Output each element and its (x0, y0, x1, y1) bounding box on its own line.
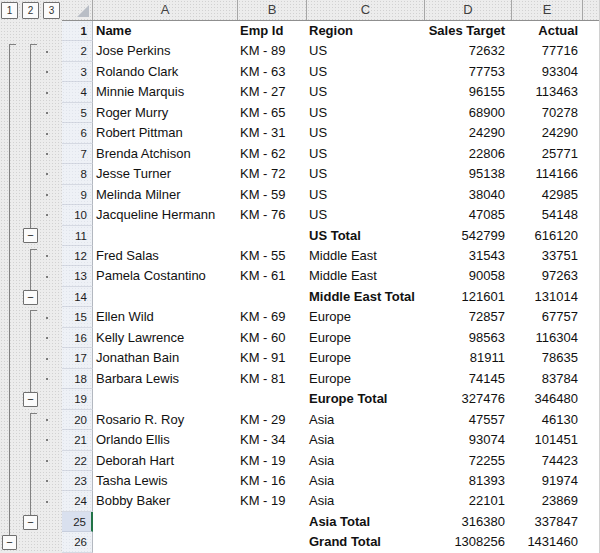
cell-A23[interactable]: Tasha Lewis (93, 471, 238, 491)
cell-E22[interactable]: 74423 (512, 451, 583, 471)
cell-C13[interactable]: Middle East (307, 266, 425, 286)
cell-B3[interactable]: KM - 63 (238, 62, 307, 82)
row-header-8[interactable]: 8 (62, 164, 93, 184)
cell-C23[interactable]: Asia (307, 471, 425, 491)
cell-D15[interactable]: 72857 (425, 307, 512, 327)
cell-A2[interactable]: Jose Perkins (93, 41, 238, 61)
cell-A22[interactable]: Deborah Hart (93, 451, 238, 471)
cell-D8[interactable]: 95138 (425, 164, 512, 184)
row-header-3[interactable]: 3 (62, 62, 93, 82)
cell-C19[interactable]: Europe Total (307, 389, 425, 409)
cell-D16[interactable]: 98563 (425, 328, 512, 348)
select-all-corner[interactable] (62, 0, 93, 20)
cell-A20[interactable]: Rosario R. Roy (93, 410, 238, 430)
cell-D9[interactable]: 38040 (425, 185, 512, 205)
cell-C11[interactable]: US Total (307, 226, 425, 246)
cell-E8[interactable]: 114166 (512, 164, 583, 184)
column-header-C[interactable]: C (307, 0, 425, 20)
cell-D26[interactable]: 1308256 (425, 532, 512, 552)
cell-C25[interactable]: Asia Total (307, 512, 425, 532)
cell-D7[interactable]: 22806 (425, 144, 512, 164)
row-header-2[interactable]: 2 (62, 41, 93, 61)
cell-A12[interactable]: Fred Salas (93, 246, 238, 266)
cell-B1[interactable]: Emp Id (238, 21, 307, 41)
cell-D22[interactable]: 72255 (425, 451, 512, 471)
cell-C18[interactable]: Europe (307, 369, 425, 389)
column-header-E[interactable]: E (512, 0, 583, 20)
cell-D4[interactable]: 96155 (425, 82, 512, 102)
cell-A17[interactable]: Jonathan Bain (93, 348, 238, 368)
cell-A14[interactable] (93, 287, 238, 307)
cell-A1[interactable]: Name (93, 21, 238, 41)
column-header-B[interactable]: B (238, 0, 307, 20)
cell-B9[interactable]: KM - 59 (238, 185, 307, 205)
cell-A18[interactable]: Barbara Lewis (93, 369, 238, 389)
cell-B10[interactable]: KM - 76 (238, 205, 307, 225)
cell-B26[interactable] (238, 532, 307, 552)
cell-A3[interactable]: Rolando Clark (93, 62, 238, 82)
cell-D11[interactable]: 542799 (425, 226, 512, 246)
row-header-22[interactable]: 22 (62, 451, 93, 471)
row-header-12[interactable]: 12 (62, 246, 93, 266)
cell-B7[interactable]: KM - 62 (238, 144, 307, 164)
cell-D24[interactable]: 22101 (425, 491, 512, 511)
cell-D3[interactable]: 77753 (425, 62, 512, 82)
row-header-24[interactable]: 24 (62, 491, 93, 511)
row-header-16[interactable]: 16 (62, 328, 93, 348)
cell-D12[interactable]: 31543 (425, 246, 512, 266)
cell-C3[interactable]: US (307, 62, 425, 82)
cell-E15[interactable]: 67757 (512, 307, 583, 327)
cell-B24[interactable]: KM - 19 (238, 491, 307, 511)
cell-B20[interactable]: KM - 29 (238, 410, 307, 430)
cell-B4[interactable]: KM - 27 (238, 82, 307, 102)
column-header-A[interactable]: A (93, 0, 238, 20)
outline-level-3-button[interactable]: 3 (43, 2, 60, 19)
row-header-13[interactable]: 13 (62, 266, 93, 286)
cell-E4[interactable]: 113463 (512, 82, 583, 102)
cell-E7[interactable]: 25771 (512, 144, 583, 164)
cell-D5[interactable]: 68900 (425, 103, 512, 123)
row-header-21[interactable]: 21 (62, 430, 93, 450)
outline-level-2-button[interactable]: 2 (22, 2, 39, 19)
cell-B15[interactable]: KM - 69 (238, 307, 307, 327)
cell-B6[interactable]: KM - 31 (238, 123, 307, 143)
cell-D23[interactable]: 81393 (425, 471, 512, 491)
cell-A21[interactable]: Orlando Ellis (93, 430, 238, 450)
cell-D17[interactable]: 81911 (425, 348, 512, 368)
cell-E16[interactable]: 116304 (512, 328, 583, 348)
cell-C1[interactable]: Region (307, 21, 425, 41)
cell-C9[interactable]: US (307, 185, 425, 205)
row-header-25[interactable]: 25 (62, 512, 93, 532)
cell-E19[interactable]: 346480 (512, 389, 583, 409)
cell-D21[interactable]: 93074 (425, 430, 512, 450)
row-header-26[interactable]: 26 (62, 532, 93, 552)
row-header-15[interactable]: 15 (62, 307, 93, 327)
cell-C16[interactable]: Europe (307, 328, 425, 348)
cell-D6[interactable]: 24290 (425, 123, 512, 143)
collapse-group-button-row-26[interactable]: − (2, 535, 17, 550)
outline-level-1-button[interactable]: 1 (1, 2, 18, 19)
cell-B12[interactable]: KM - 55 (238, 246, 307, 266)
cell-E11[interactable]: 616120 (512, 226, 583, 246)
cell-C6[interactable]: US (307, 123, 425, 143)
cell-E23[interactable]: 91974 (512, 471, 583, 491)
cell-C2[interactable]: US (307, 41, 425, 61)
cell-C15[interactable]: Europe (307, 307, 425, 327)
cell-B21[interactable]: KM - 34 (238, 430, 307, 450)
cell-B13[interactable]: KM - 61 (238, 266, 307, 286)
cell-E3[interactable]: 93304 (512, 62, 583, 82)
cell-E5[interactable]: 70278 (512, 103, 583, 123)
cell-B25[interactable] (238, 512, 307, 532)
cell-D20[interactable]: 47557 (425, 410, 512, 430)
cell-A13[interactable]: Pamela Costantino (93, 266, 238, 286)
cell-B17[interactable]: KM - 91 (238, 348, 307, 368)
cell-A5[interactable]: Roger Murry (93, 103, 238, 123)
cell-A4[interactable]: Minnie Marquis (93, 82, 238, 102)
collapse-group-button-row-11[interactable]: − (23, 228, 38, 243)
cell-A11[interactable] (93, 226, 238, 246)
row-header-7[interactable]: 7 (62, 144, 93, 164)
row-header-10[interactable]: 10 (62, 205, 93, 225)
cell-E10[interactable]: 54148 (512, 205, 583, 225)
cell-A15[interactable]: Ellen Wild (93, 307, 238, 327)
cell-C20[interactable]: Asia (307, 410, 425, 430)
